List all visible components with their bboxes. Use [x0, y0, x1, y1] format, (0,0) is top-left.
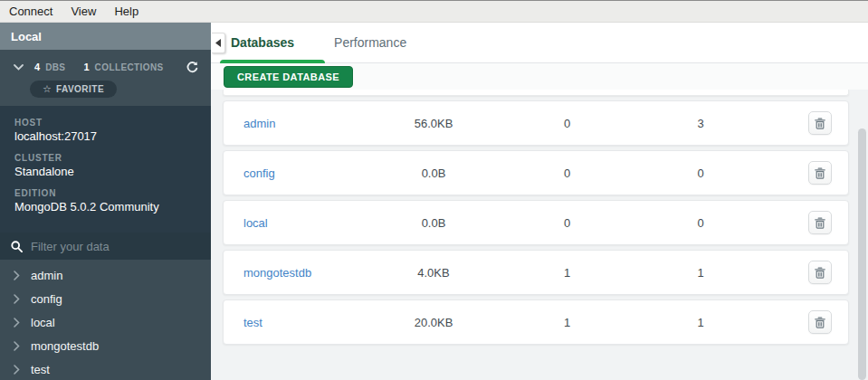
collections-cell: 1 — [506, 316, 628, 329]
database-list: admin config local mongotestdb — [0, 260, 211, 380]
search-icon — [11, 241, 23, 252]
create-database-button[interactable]: CREATE DATABASE — [224, 66, 353, 88]
indexes-cell: 0 — [628, 216, 773, 230]
database-link[interactable]: mongotestdb — [243, 266, 311, 280]
menu-view[interactable]: View — [69, 3, 98, 20]
database-table-row: local 0.0B 0 0 — [223, 200, 849, 245]
tab-bar: Databases Performance — [211, 23, 868, 63]
host-value: localhost:27017 — [14, 129, 196, 143]
database-table-row: admin 56.0KB 0 3 — [223, 100, 849, 146]
database-link[interactable]: config — [243, 166, 275, 180]
favorite-label: FAVORITE — [56, 84, 104, 94]
chevron-right-icon[interactable] — [14, 271, 20, 280]
collections-count: 1 — [83, 62, 89, 72]
edition-label: EDITION — [14, 188, 196, 198]
sidebar-database-item[interactable]: mongotestdb — [0, 334, 211, 357]
filter-bar — [0, 233, 211, 260]
delete-database-button[interactable] — [808, 310, 832, 334]
dbs-count: 4 — [34, 62, 40, 72]
connection-title: Local — [0, 23, 211, 50]
filter-input[interactable] — [31, 240, 185, 253]
connection-stats-section: 4 DBS 1 COLLECTIONS ☆ FAVORITE — [0, 50, 211, 106]
favorite-button[interactable]: ☆ FAVORITE — [30, 81, 117, 98]
database-link[interactable]: local — [243, 216, 268, 230]
sidebar-database-name[interactable]: local — [31, 316, 55, 329]
database-name-cell: admin — [243, 117, 361, 130]
menu-bar: Connect View Help — [0, 0, 868, 23]
chevron-right-icon[interactable] — [14, 294, 20, 304]
indexes-cell: 1 — [628, 266, 773, 280]
delete-database-button[interactable] — [808, 111, 832, 135]
chevron-right-icon[interactable] — [14, 341, 20, 351]
actions-row: CREATE DATABASE — [211, 63, 868, 90]
storage-size-cell: 20.0KB — [361, 316, 506, 329]
sidebar-database-name[interactable]: admin — [31, 269, 62, 282]
tab-databases[interactable]: Databases — [231, 23, 294, 63]
delete-database-button[interactable] — [808, 261, 832, 284]
clipped-row-above — [223, 90, 849, 96]
refresh-button[interactable] — [184, 59, 200, 75]
sidebar-database-item[interactable]: config — [0, 287, 211, 310]
collections-cell: 0 — [506, 117, 628, 130]
database-table-row: mongotestdb 4.0KB 1 1 — [223, 250, 849, 295]
trash-icon — [815, 317, 825, 328]
database-name-cell: config — [243, 166, 361, 180]
vertical-scrollbar[interactable] — [858, 128, 866, 380]
collections-cell: 1 — [506, 266, 628, 280]
storage-size-cell: 0.0B — [361, 166, 506, 180]
sidebar-database-name[interactable]: mongotestdb — [31, 339, 99, 353]
database-table-row: config 0.0B 0 0 — [223, 150, 849, 195]
database-name-cell: mongotestdb — [243, 266, 361, 280]
databases-table: admin 56.0KB 0 3 — [211, 90, 868, 380]
database-rows: admin 56.0KB 0 3 — [223, 100, 868, 345]
delete-database-button[interactable] — [808, 161, 832, 185]
sidebar-database-item[interactable]: admin — [0, 263, 211, 287]
database-name-cell: test — [243, 316, 361, 329]
menu-connect[interactable]: Connect — [7, 3, 54, 20]
storage-size-cell: 0.0B — [361, 216, 506, 230]
chevron-right-icon[interactable] — [14, 318, 20, 328]
indexes-cell: 0 — [628, 166, 773, 180]
detail-host: HOST localhost:27017 — [14, 118, 196, 143]
trash-icon — [815, 217, 825, 229]
tab-performance[interactable]: Performance — [334, 23, 406, 63]
star-icon: ☆ — [43, 84, 52, 94]
main-area: Databases Performance CREATE DATABASE ad… — [211, 23, 868, 380]
delete-database-button[interactable] — [808, 211, 832, 234]
collections-label: COLLECTIONS — [95, 62, 164, 72]
left-triangle-icon — [215, 39, 221, 47]
indexes-cell: 1 — [628, 316, 773, 329]
tab-performance-label: Performance — [334, 35, 406, 50]
sidebar-database-item[interactable]: local — [0, 310, 211, 334]
trash-icon — [815, 167, 825, 179]
connection-details-section: HOST localhost:27017 CLUSTER Standalone … — [0, 106, 211, 233]
detail-edition: EDITION MongoDB 5.0.2 Community — [14, 188, 196, 214]
menu-help[interactable]: Help — [112, 3, 140, 20]
tab-databases-label: Databases — [231, 35, 294, 50]
trash-icon — [815, 118, 825, 129]
cluster-value: Standalone — [14, 165, 196, 178]
refresh-icon — [186, 61, 199, 74]
sidebar-database-item[interactable]: test — [0, 357, 211, 380]
database-link[interactable]: test — [243, 316, 262, 329]
indexes-cell: 3 — [628, 117, 773, 130]
collapse-connection-chevron[interactable] — [11, 60, 25, 74]
collections-cell: 0 — [506, 166, 628, 180]
sidebar-collapse-button[interactable] — [212, 33, 225, 53]
database-link[interactable]: admin — [243, 117, 275, 130]
edition-value: MongoDB 5.0.2 Community — [14, 200, 196, 214]
database-table-row: test 20.0KB 1 1 — [223, 299, 849, 345]
connection-name: Local — [11, 30, 42, 43]
cluster-label: CLUSTER — [14, 153, 196, 163]
chevron-right-icon[interactable] — [14, 365, 20, 375]
sidebar-database-name[interactable]: config — [31, 292, 62, 306]
storage-size-cell: 56.0KB — [361, 117, 506, 130]
storage-size-cell: 4.0KB — [361, 266, 506, 280]
database-name-cell: local — [243, 216, 361, 230]
chevron-down-icon — [14, 64, 24, 71]
host-label: HOST — [14, 118, 196, 128]
collections-cell: 0 — [506, 216, 628, 230]
dbs-label: DBS — [45, 62, 65, 72]
sidebar: Local 4 DBS 1 COLLECTIONS ☆ FAVORITE HOS… — [0, 23, 211, 380]
sidebar-database-name[interactable]: test — [31, 363, 50, 376]
